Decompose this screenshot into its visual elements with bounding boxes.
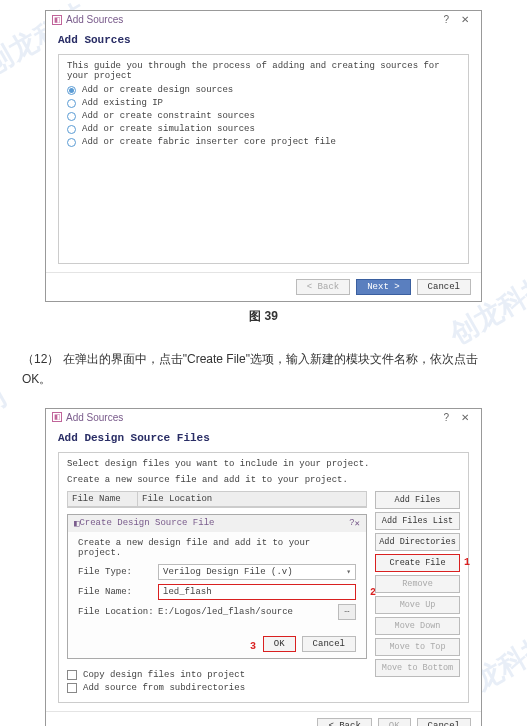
checkbox-icon (67, 670, 77, 680)
dialog-footer: < Back Next > Cancel (46, 272, 481, 301)
cancel-button[interactable]: Cancel (302, 636, 356, 652)
move-up-button[interactable]: Move Up (375, 596, 460, 614)
radio-icon (67, 125, 76, 134)
file-type-value: Verilog Design File (.v) (163, 567, 293, 577)
dialog-heading: Add Design Source Files (58, 432, 469, 444)
file-name-label: File Name: (78, 587, 158, 597)
desc-line-2: Create a new source file and add it to y… (67, 475, 460, 485)
col-file-location[interactable]: File Location (138, 492, 366, 506)
add-sources-dialog-2: ◧ Add Sources ? ✕ Add Design Source File… (45, 408, 482, 726)
copy-files-checkbox-row[interactable]: Copy design files into project (67, 670, 367, 680)
annotation-3: 3 (250, 641, 256, 652)
step-number: （12） (22, 352, 59, 366)
dialog-heading: Add Sources (58, 34, 469, 46)
radio-constraint-sources[interactable]: Add or create constraint sources (67, 111, 460, 121)
add-files-list-button[interactable]: Add Files List (375, 512, 460, 530)
file-name-input[interactable]: led_flash (158, 584, 356, 600)
ok-button[interactable]: OK (378, 718, 411, 726)
add-files-button[interactable]: Add Files (375, 491, 460, 509)
radio-label: Add or create simulation sources (82, 124, 255, 134)
file-location-row: File Location: E:/Logos/led_flash/source… (78, 604, 356, 620)
step-desc: 在弹出的界面中，点击"Create File"选项，输入新建的模块文件名称，依次… (22, 352, 478, 386)
file-type-label: File Type: (78, 567, 158, 577)
file-name-row: File Name: led_flash (78, 584, 356, 600)
desc-line-1: Select design files you want to include … (67, 459, 460, 469)
window-title: Add Sources (66, 14, 123, 25)
titlebar: ◧ Add Sources ? ✕ (46, 11, 481, 28)
move-down-button[interactable]: Move Down (375, 617, 460, 635)
radio-icon (67, 138, 76, 147)
checkbox-icon (67, 683, 77, 693)
radio-fabric-inserter[interactable]: Add or create fabric inserter core proje… (67, 137, 460, 147)
content-panel: Select design files you want to include … (58, 452, 469, 703)
inner-window-title: Create Design Source File (79, 518, 214, 528)
help-button[interactable]: ? (437, 14, 455, 25)
checkbox-label: Add source from subdirectories (83, 683, 245, 693)
close-button[interactable]: ✕ (455, 412, 475, 423)
checkbox-label: Copy design files into project (83, 670, 245, 680)
browse-button[interactable]: … (338, 604, 356, 620)
cancel-button[interactable]: Cancel (417, 718, 471, 726)
radio-label: Add or create fabric inserter core proje… (82, 137, 336, 147)
back-button[interactable]: < Back (296, 279, 350, 295)
close-button[interactable]: ✕ (355, 518, 360, 529)
options-panel: This guide you through the process of ad… (58, 54, 469, 264)
cancel-button[interactable]: Cancel (417, 279, 471, 295)
titlebar: ◧ Add Sources ? ✕ (46, 409, 481, 426)
app-icon: ◧ (52, 412, 62, 422)
radio-design-sources[interactable]: Add or create design sources (67, 85, 460, 95)
add-directories-button[interactable]: Add Directories (375, 533, 460, 551)
radio-existing-ip[interactable]: Add existing IP (67, 98, 460, 108)
back-button[interactable]: < Back (317, 718, 371, 726)
close-button[interactable]: ✕ (455, 14, 475, 25)
file-location-label: File Location: (78, 607, 158, 617)
inner-titlebar: ◧ Create Design Source File ? ✕ (68, 515, 366, 532)
dialog-footer: < Back OK Cancel (46, 711, 481, 726)
move-bottom-button[interactable]: Move to Bottom (375, 659, 460, 677)
window-title: Add Sources (66, 412, 123, 423)
figure-caption-39: 图 39 (0, 308, 527, 325)
file-table: File Name File Location (67, 491, 367, 508)
radio-icon (67, 99, 76, 108)
remove-button[interactable]: Remove (375, 575, 460, 593)
side-button-column: Add Files Add Files List Add Directories… (375, 491, 460, 696)
radio-label: Add or create design sources (82, 85, 233, 95)
radio-label: Add existing IP (82, 98, 163, 108)
radio-simulation-sources[interactable]: Add or create simulation sources (67, 124, 460, 134)
radio-label: Add or create constraint sources (82, 111, 255, 121)
col-file-name[interactable]: File Name (68, 492, 138, 506)
radio-icon (67, 86, 76, 95)
annotation-1: 1 (464, 557, 470, 568)
radio-icon (67, 112, 76, 121)
file-type-row: File Type: Verilog Design File (.v) ▾ (78, 564, 356, 580)
chevron-down-icon: ▾ (346, 567, 351, 576)
create-file-button[interactable]: Create File (375, 554, 460, 572)
guide-text: This guide you through the process of ad… (67, 61, 460, 81)
app-icon: ◧ (52, 15, 62, 25)
ok-button[interactable]: OK (263, 636, 296, 652)
file-location-value: E:/Logos/led_flash/source (158, 607, 334, 617)
step-12-text: （12） 在弹出的界面中，点击"Create File"选项，输入新建的模块文件… (0, 349, 527, 390)
add-subdirs-checkbox-row[interactable]: Add source from subdirectories (67, 683, 367, 693)
help-button[interactable]: ? (437, 412, 455, 423)
table-header: File Name File Location (68, 492, 366, 507)
file-name-value: led_flash (163, 587, 212, 597)
inner-desc: Create a new design file and add it to y… (78, 538, 356, 558)
move-top-button[interactable]: Move to Top (375, 638, 460, 656)
add-sources-dialog-1: ◧ Add Sources ? ✕ Add Sources This guide… (45, 10, 482, 302)
next-button[interactable]: Next > (356, 279, 410, 295)
create-file-dialog: ◧ Create Design Source File ? ✕ Create a… (67, 514, 367, 659)
file-type-select[interactable]: Verilog Design File (.v) ▾ (158, 564, 356, 580)
inner-footer: OK Cancel (68, 630, 366, 658)
